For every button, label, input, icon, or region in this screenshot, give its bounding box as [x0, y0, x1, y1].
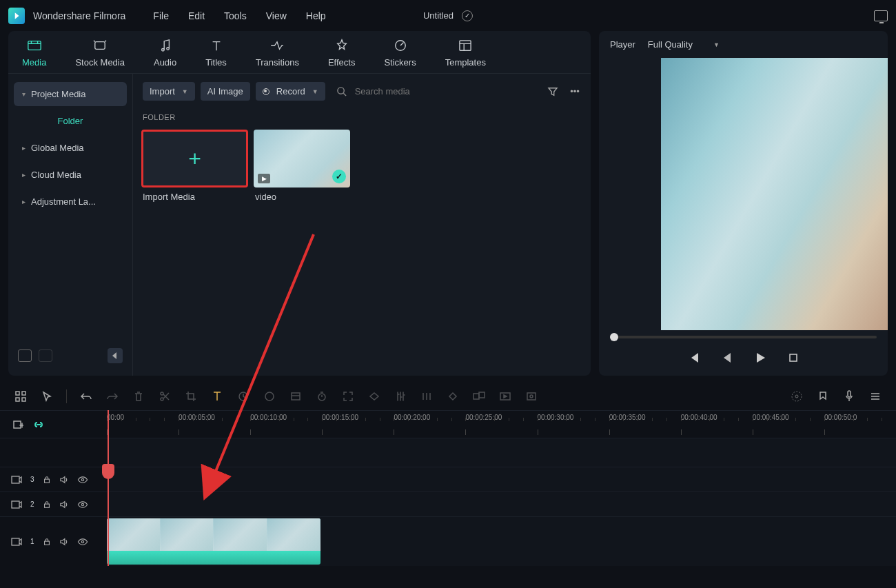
menu-tools[interactable]: Tools: [224, 10, 247, 21]
svg-rect-33: [12, 538, 19, 545]
svg-rect-8: [16, 392, 19, 395]
crop-icon[interactable]: [184, 389, 198, 403]
add-track-icon[interactable]: [11, 418, 25, 432]
tab-templates[interactable]: Templates: [445, 38, 486, 73]
sidebar-item-adjustment-layer[interactable]: ▸Adjustment La...: [14, 190, 127, 214]
menu-help[interactable]: Help: [306, 10, 326, 21]
mask-icon[interactable]: [367, 389, 381, 403]
sidebar-item-folder[interactable]: Folder: [14, 109, 127, 133]
marker-icon[interactable]: [816, 389, 830, 403]
track-content[interactable]: [107, 492, 896, 516]
lock-icon[interactable]: [43, 476, 51, 484]
grid-icon[interactable]: [14, 389, 28, 403]
svg-rect-5: [460, 41, 471, 50]
new-bin-icon[interactable]: [39, 349, 52, 362]
preview-viewport[interactable]: [661, 58, 888, 330]
media-panel: Media Stock Media Audio Titles Transitio…: [8, 31, 591, 376]
preview-scrubber[interactable]: [599, 330, 888, 344]
spacer-track[interactable]: [107, 438, 896, 467]
play-button[interactable]: [753, 351, 767, 365]
record-button[interactable]: Record▼: [256, 82, 325, 101]
delete-icon[interactable]: [132, 389, 145, 403]
display-icon[interactable]: [874, 10, 888, 21]
sidebar-item-cloud-media[interactable]: ▸Cloud Media: [14, 163, 127, 187]
ai-image-button[interactable]: AI Image: [201, 82, 250, 101]
link-icon[interactable]: [32, 418, 45, 432]
tab-transitions[interactable]: Transitions: [256, 38, 299, 73]
sidebar-item-global-media[interactable]: ▸Global Media: [14, 136, 127, 160]
target-icon[interactable]: [790, 389, 804, 403]
render-icon[interactable]: [498, 389, 512, 403]
track-content[interactable]: ▶video: [107, 517, 896, 566]
stock-media-icon: [92, 38, 108, 53]
tab-titles[interactable]: Titles: [205, 38, 227, 73]
text-icon[interactable]: [210, 389, 224, 403]
svg-point-3: [166, 48, 169, 50]
media-tile-video[interactable]: ▶ ✓ video: [254, 130, 350, 206]
visibility-icon[interactable]: [77, 476, 88, 483]
track-head: 3: [0, 476, 107, 484]
more-icon[interactable]: •••: [569, 85, 581, 98]
tab-media[interactable]: Media: [22, 38, 46, 73]
tab-stickers[interactable]: Stickers: [384, 38, 416, 73]
tab-audio[interactable]: Audio: [154, 38, 176, 73]
cursor-icon[interactable]: [40, 389, 54, 403]
menu-view[interactable]: View: [266, 10, 287, 21]
tab-stock-media[interactable]: Stock Media: [75, 38, 125, 73]
playhead-handle[interactable]: [102, 464, 114, 479]
lock-icon[interactable]: [43, 538, 51, 546]
import-media-tile[interactable]: + Import Media: [141, 130, 248, 206]
audio-mixer-icon[interactable]: [868, 389, 882, 403]
menu-file[interactable]: File: [153, 10, 169, 21]
time-ruler[interactable]: 00:0000:00:05:0000:00:10:0000:00:15:0000…: [107, 411, 896, 438]
visibility-icon[interactable]: [77, 501, 88, 508]
filter-icon[interactable]: [547, 85, 559, 98]
track-content[interactable]: [107, 467, 896, 491]
app-name: Wondershare Filmora: [33, 10, 125, 21]
color-icon[interactable]: [263, 389, 276, 403]
sync-status-icon[interactable]: ✓: [462, 10, 473, 21]
export-icon[interactable]: [525, 389, 538, 403]
keyframe-icon[interactable]: [446, 389, 460, 403]
stop-button[interactable]: [786, 351, 800, 365]
playhead[interactable]: [108, 410, 109, 566]
quality-dropdown[interactable]: Full Quality▼: [648, 39, 720, 50]
scrubber-thumb[interactable]: [610, 333, 618, 341]
undo-icon[interactable]: [79, 389, 93, 403]
collapse-sidebar-button[interactable]: [108, 348, 123, 363]
svg-rect-18: [474, 394, 479, 399]
menubar: File Edit Tools View Help: [153, 10, 325, 21]
media-content: Import▼ AI Image Record▼ ••• FOLDER + Im…: [132, 74, 591, 376]
templates-icon: [457, 38, 474, 53]
effects-tl-icon[interactable]: [289, 389, 303, 403]
timeline-clip[interactable]: ▶video: [107, 518, 320, 565]
media-sidebar: ▾Project Media Folder ▸Global Media ▸Clo…: [8, 74, 132, 376]
svg-rect-1: [95, 42, 105, 50]
track-type-icon: [11, 476, 22, 484]
visibility-icon[interactable]: [77, 538, 88, 545]
redo-icon[interactable]: [105, 389, 119, 403]
svg-point-22: [530, 395, 533, 398]
sidebar-item-project-media[interactable]: ▾Project Media: [14, 82, 127, 106]
mixer-icon[interactable]: [420, 389, 434, 403]
mute-icon[interactable]: [59, 500, 69, 509]
mute-icon[interactable]: [59, 476, 69, 484]
import-button[interactable]: Import▼: [143, 82, 195, 101]
menu-edit[interactable]: Edit: [188, 10, 205, 21]
lock-icon[interactable]: [43, 500, 51, 509]
svg-point-13: [161, 398, 163, 401]
adjust-icon[interactable]: [394, 389, 407, 403]
expand-icon[interactable]: [341, 389, 355, 403]
search-input[interactable]: [352, 83, 541, 99]
tab-effects[interactable]: Effects: [328, 38, 356, 73]
timer-icon[interactable]: [315, 389, 329, 403]
group-icon[interactable]: [472, 389, 486, 403]
new-folder-icon[interactable]: [18, 349, 32, 362]
split-icon[interactable]: [158, 389, 172, 403]
prev-frame-button[interactable]: [687, 351, 701, 365]
speed-icon[interactable]: [236, 389, 250, 403]
mic-icon[interactable]: [842, 389, 856, 403]
step-back-button[interactable]: [720, 351, 734, 365]
svg-rect-30: [12, 501, 19, 508]
mute-icon[interactable]: [59, 538, 69, 546]
